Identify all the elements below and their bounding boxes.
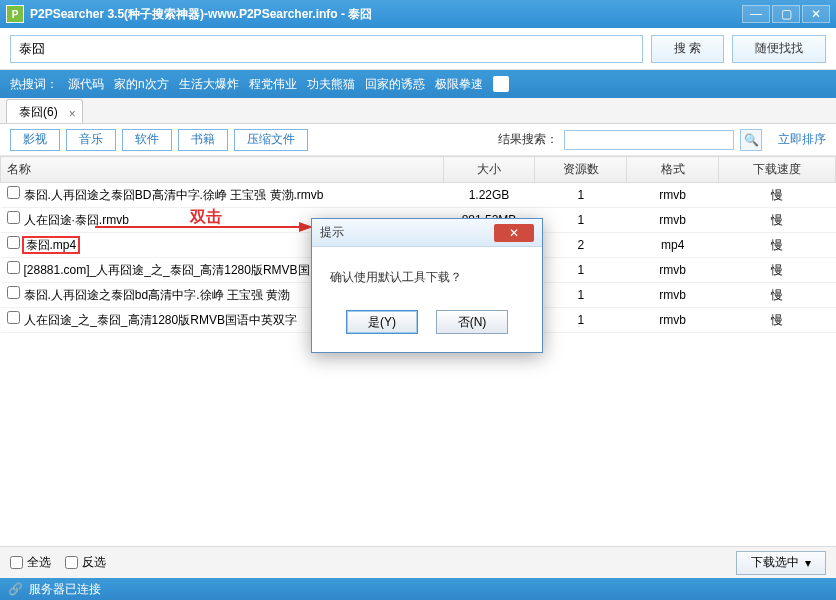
row-res: 1 [535,308,627,333]
tab-strip: 泰囧(6) × [0,98,836,124]
col-resources[interactable]: 资源数 [535,157,627,183]
row-fmt: rmvb [627,208,719,233]
close-button[interactable]: ✕ [802,5,830,23]
row-name: [28881.com]_人再囧途_之_泰囧_高清1280版RMVB国 [24,263,310,277]
hotword-link[interactable]: 生活大爆炸 [179,76,239,93]
row-checkbox[interactable] [7,186,20,199]
row-res: 1 [535,258,627,283]
window-title: P2PSearcher 3.5(种子搜索神器)-www.P2PSearcher.… [30,6,742,23]
row-speed: 慢 [719,183,836,208]
hotword-link[interactable]: 程党伟业 [249,76,297,93]
row-fmt: rmvb [627,283,719,308]
filter-software[interactable]: 软件 [122,129,172,151]
invert-checkbox[interactable]: 反选 [65,554,106,571]
download-selected-button[interactable]: 下载选中 ▾ [736,551,826,575]
row-checkbox[interactable] [7,236,20,249]
row-checkbox[interactable] [7,286,20,299]
result-search-input[interactable] [564,130,734,150]
hotwords-strip: 热搜词： 源代码 家的n次方 生活大爆炸 程党伟业 功夫熊猫 回家的诱惑 极限拳… [0,70,836,98]
filter-video[interactable]: 影视 [10,129,60,151]
row-fmt: rmvb [627,258,719,283]
dialog-message: 确认使用默认工具下载？ [312,247,542,300]
select-all-checkbox[interactable]: 全选 [10,554,51,571]
row-speed: 慢 [719,258,836,283]
dialog-no-button[interactable]: 否(N) [436,310,508,334]
dialog-title: 提示 [320,224,494,241]
hotword-link[interactable]: 极限拳速 [435,76,483,93]
row-fmt: mp4 [627,233,719,258]
row-checkbox[interactable] [7,211,20,224]
row-name: 人在囧途_之_泰囧_高清1280版RMVB国语中英双字 [24,313,297,327]
col-size[interactable]: 大小 [443,157,535,183]
col-format[interactable]: 格式 [627,157,719,183]
row-speed: 慢 [719,233,836,258]
hotword-link[interactable]: 家的n次方 [114,76,169,93]
maximize-button[interactable]: ▢ [772,5,800,23]
tab-close-icon[interactable]: × [69,102,76,126]
row-res: 2 [535,233,627,258]
row-speed: 慢 [719,283,836,308]
row-checkbox[interactable] [7,261,20,274]
refresh-icon[interactable] [493,76,509,92]
titlebar: P P2PSearcher 3.5(种子搜索神器)-www.P2PSearche… [0,0,836,28]
row-speed: 慢 [719,308,836,333]
hotwords-label: 热搜词： [10,76,58,93]
bottom-bar: 全选 反选 下载选中 ▾ [0,546,836,578]
sort-link[interactable]: 立即排序 [778,131,826,148]
link-icon: 🔗 [8,582,23,596]
hotword-link[interactable]: 功夫熊猫 [307,76,355,93]
row-size: 1.22GB [443,183,535,208]
tab-label: 泰囧(6) [19,105,58,119]
dialog-titlebar[interactable]: 提示 ✕ [312,219,542,247]
row-name: 泰囧.mp4 [24,238,79,252]
table-row[interactable]: 泰囧.人再囧途之泰囧BD高清中字.徐峥 王宝强 黄渤.rmvb1.22GB1rm… [1,183,836,208]
col-speed[interactable]: 下载速度 [719,157,836,183]
row-checkbox[interactable] [7,311,20,324]
confirm-dialog: 提示 ✕ 确认使用默认工具下载？ 是(Y) 否(N) [311,218,543,353]
hotword-link[interactable]: 源代码 [68,76,104,93]
filter-bar: 影视 音乐 软件 书籍 压缩文件 结果搜索： 🔍 立即排序 [0,124,836,156]
hotword-link[interactable]: 回家的诱惑 [365,76,425,93]
row-fmt: rmvb [627,308,719,333]
status-bar: 🔗 服务器已连接 [0,578,836,600]
search-button[interactable]: 搜 索 [651,35,724,63]
row-res: 1 [535,283,627,308]
filter-archive[interactable]: 压缩文件 [234,129,308,151]
col-name[interactable]: 名称 [1,157,444,183]
search-bar: 搜 索 随便找找 [0,28,836,70]
row-name: 泰囧.人再囧途之泰囧BD高清中字.徐峥 王宝强 黄渤.rmvb [24,188,324,202]
dialog-close-button[interactable]: ✕ [494,224,534,242]
result-search-button[interactable]: 🔍 [740,129,762,151]
minimize-button[interactable]: — [742,5,770,23]
search-input[interactable] [10,35,643,63]
row-res: 1 [535,183,627,208]
result-search-label: 结果搜索： [498,131,558,148]
row-speed: 慢 [719,208,836,233]
result-tab[interactable]: 泰囧(6) × [6,99,83,123]
filter-book[interactable]: 书籍 [178,129,228,151]
dialog-yes-button[interactable]: 是(Y) [346,310,418,334]
row-fmt: rmvb [627,183,719,208]
random-button[interactable]: 随便找找 [732,35,826,63]
row-name: 泰囧.人再囧途之泰囧bd高清中字.徐峥 王宝强 黄渤 [24,288,291,302]
row-name: 人在囧途·泰囧.rmvb [24,213,129,227]
chevron-down-icon: ▾ [805,556,811,570]
filter-music[interactable]: 音乐 [66,129,116,151]
app-logo: P [6,5,24,23]
status-text: 服务器已连接 [29,581,101,598]
row-res: 1 [535,208,627,233]
